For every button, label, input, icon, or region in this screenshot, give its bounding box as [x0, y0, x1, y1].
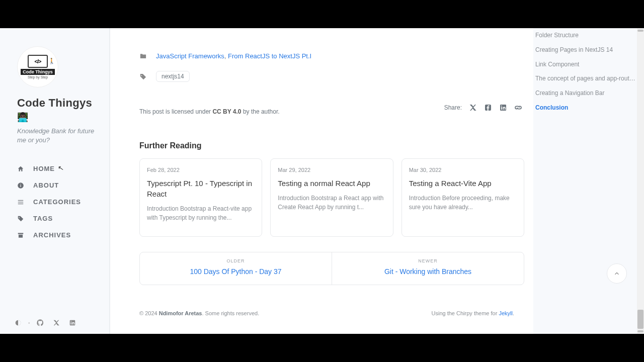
- scrollbar-thumb[interactable]: [637, 310, 643, 329]
- main-content: JavaScript Frameworks, From ReactJS to N…: [110, 28, 533, 334]
- card-2-desc: Introduction Bootstrap a React app with …: [278, 194, 385, 212]
- sidebar-nav: HOME ABOUT CATEGORIES TAGS ARCHIVES: [17, 165, 101, 239]
- linkedin-icon[interactable]: [68, 319, 76, 327]
- card-2-title: Testing a normal React App: [278, 178, 385, 189]
- share-bar: Share:: [444, 104, 522, 112]
- letterbox-top: [0, 0, 644, 28]
- prev-next-nav: OLDER 100 Days Of Python - Day 37 NEWER …: [139, 252, 524, 285]
- app-viewport: </> 🚶 Code Thingys Step by Step Code Thi…: [0, 28, 644, 334]
- logo-code: </>: [35, 58, 41, 64]
- svg-point-11: [70, 321, 71, 322]
- site-logo[interactable]: </> 🚶 Code Thingys Step by Step: [17, 46, 58, 87]
- newer-post[interactable]: NEWER Git - Working with Branches: [332, 252, 524, 285]
- footer-theme: Using the Chirpy theme for Jekyll.: [432, 310, 514, 316]
- share-linkedin-icon[interactable]: [499, 104, 507, 112]
- tag-icon: [139, 73, 147, 80]
- toc-item-5[interactable]: Conclusion: [529, 101, 636, 115]
- info-icon: [17, 182, 24, 189]
- further-reading-cards: Feb 28, 2022 Typescript Pt. 10 - Typescr…: [139, 158, 524, 237]
- sidebar-bottom-icons: •: [14, 319, 76, 327]
- card-1-desc: Introduction Bootstrap a React-vite app …: [147, 204, 255, 222]
- card-1[interactable]: Feb 28, 2022 Typescript Pt. 10 - Typescr…: [139, 158, 262, 237]
- nav-categories[interactable]: CATEGORIES: [17, 198, 101, 206]
- card-2-date: Mar 29, 2022: [278, 167, 385, 173]
- svg-rect-3: [18, 200, 24, 201]
- nav-home-label: HOME: [33, 165, 55, 172]
- svg-rect-1: [20, 185, 21, 187]
- footer-copy: © 2024 Ndimofor Aretas. Some rights rese…: [139, 310, 259, 316]
- icon-separator: •: [28, 320, 30, 326]
- svg-rect-6: [18, 233, 24, 234]
- card-3-date: Mar 30, 2022: [409, 167, 517, 173]
- svg-rect-10: [70, 322, 71, 325]
- github-icon[interactable]: [36, 319, 44, 327]
- logo-subtitle: Step by Step: [28, 75, 48, 79]
- letterbox-bottom: [0, 334, 644, 362]
- newer-title: Git - Working with Branches: [340, 267, 516, 276]
- footer-author: Ndimofor Aretas: [159, 310, 202, 316]
- nav-about-label: ABOUT: [33, 182, 59, 189]
- tag-row: nextjs14: [139, 71, 524, 82]
- svg-rect-5: [18, 204, 24, 204]
- category-link-1[interactable]: JavaScript Frameworks: [156, 52, 224, 60]
- home-icon: [17, 165, 24, 172]
- newer-label: NEWER: [340, 258, 516, 263]
- card-1-date: Feb 28, 2022: [147, 167, 255, 173]
- older-title: 100 Days Of Python - Day 37: [148, 267, 324, 276]
- logo-figure-icon: 🚶: [48, 58, 55, 64]
- card-3-title: Testing a React-Vite App: [409, 178, 517, 189]
- tag-chip[interactable]: nextjs14: [156, 71, 190, 82]
- svg-rect-7: [19, 235, 23, 238]
- toc-item-4[interactable]: Creating a Navigation Bar: [535, 86, 636, 101]
- card-2[interactable]: Mar 29, 2022 Testing a normal React App …: [270, 158, 393, 237]
- toc-item-1[interactable]: Creating Pages in NextJS 14: [535, 43, 636, 57]
- footer: © 2024 Ndimofor Aretas. Some rights rese…: [139, 310, 524, 316]
- toc-item-2[interactable]: Link Component: [535, 57, 636, 72]
- logo-code-box: </> 🚶: [28, 55, 48, 68]
- nav-archives-label: ARCHIVES: [33, 231, 71, 239]
- share-label: Share:: [444, 104, 462, 111]
- jekyll-link[interactable]: Jekyll: [499, 310, 513, 316]
- nav-tags-label: TAGS: [33, 215, 53, 222]
- theme-toggle-icon[interactable]: [14, 319, 22, 327]
- nav-tags[interactable]: TAGS: [17, 215, 101, 222]
- card-3-desc: Introduction Before proceeding, make sur…: [409, 194, 517, 212]
- nav-about[interactable]: ABOUT: [17, 182, 101, 189]
- folder-icon: [139, 52, 147, 60]
- category-links: JavaScript Frameworks, From ReactJS to N…: [156, 52, 311, 60]
- logo-name: Code Thingys: [21, 69, 55, 75]
- cursor-icon: ↖: [57, 163, 65, 172]
- site-emoji: 👨🏿‍💻: [17, 112, 101, 123]
- card-1-title: Typescript Pt. 10 - Typescript in React: [147, 178, 255, 199]
- svg-rect-2: [20, 184, 21, 184]
- share-link-icon[interactable]: [514, 104, 522, 112]
- svg-rect-14: [501, 107, 502, 110]
- toc-item-0[interactable]: Folder Structure: [535, 28, 636, 43]
- toc-item-3[interactable]: The concept of pages and app-router ...: [535, 71, 636, 86]
- site-title[interactable]: Code Thingys: [17, 97, 101, 110]
- site-tagline: Knowledge Bank for future me or you?: [17, 127, 101, 145]
- share-facebook-icon[interactable]: [484, 104, 492, 112]
- scrollbar[interactable]: [637, 28, 644, 334]
- card-3[interactable]: Mar 30, 2022 Testing a React-Vite App In…: [401, 158, 524, 237]
- archive-icon: [17, 232, 24, 239]
- scrollbar-up-icon[interactable]: [637, 30, 643, 32]
- table-of-contents: Folder Structure Creating Pages in NextJ…: [533, 28, 644, 334]
- older-label: OLDER: [148, 258, 324, 263]
- category-row: JavaScript Frameworks, From ReactJS to N…: [139, 52, 524, 60]
- further-reading-title: Further Reading: [139, 141, 524, 150]
- list-icon: [17, 199, 24, 206]
- share-x-icon[interactable]: [469, 104, 477, 112]
- x-icon[interactable]: [52, 319, 60, 327]
- scroll-to-top-button[interactable]: [607, 263, 627, 284]
- svg-rect-4: [18, 202, 24, 202]
- older-post[interactable]: OLDER 100 Days Of Python - Day 37: [140, 252, 332, 285]
- license-link[interactable]: CC BY 4.0: [212, 108, 241, 115]
- nav-archives[interactable]: ARCHIVES: [17, 231, 101, 239]
- svg-point-15: [501, 106, 502, 107]
- nav-categories-label: CATEGORIES: [33, 198, 81, 206]
- scrollbar-down-icon[interactable]: [637, 330, 643, 332]
- sidebar: </> 🚶 Code Thingys Step by Step Code Thi…: [0, 28, 110, 334]
- tags-icon: [17, 215, 24, 222]
- category-link-2[interactable]: From ReactJS to NextJS Pt.I: [228, 52, 311, 60]
